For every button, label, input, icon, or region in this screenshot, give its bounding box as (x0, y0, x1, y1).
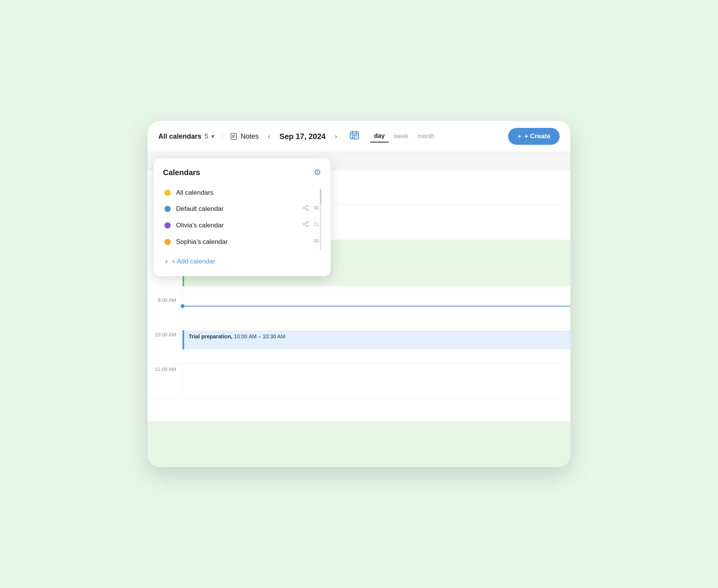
calendar-item-default[interactable]: Default calendar (163, 200, 321, 217)
share-icon-olivia[interactable] (302, 221, 309, 230)
tab-month[interactable]: month (414, 130, 438, 142)
svg-line-17 (304, 206, 307, 207)
calendar-dot-default (165, 206, 171, 212)
create-plus-icon: + (517, 133, 521, 140)
header: All calendars 5 ▾ Notes ‹ Sep 17, 2024 › (148, 121, 570, 152)
time-label-9am: 9:00 AM (148, 294, 182, 329)
svg-point-16 (307, 209, 308, 210)
svg-rect-9 (352, 135, 353, 136)
time-label-10am: 10:00 AM (148, 329, 182, 338)
svg-point-28 (314, 239, 319, 242)
chevron-down-icon: ▾ (211, 133, 214, 139)
calendar-dot-all (165, 190, 171, 196)
create-button[interactable]: + + Create (508, 128, 560, 145)
svg-point-29 (316, 240, 317, 242)
event-trial-time: 10:00 AM – 10:30 AM (234, 333, 285, 340)
svg-point-21 (307, 222, 308, 223)
tab-week[interactable]: week (390, 130, 412, 142)
calendars-panel-header: Calendars ⚙ (163, 167, 321, 177)
add-calendar-label: + Add calendar (171, 258, 215, 265)
share-icon-default[interactable] (302, 204, 309, 213)
time-row-11am: 11:00 AM (148, 363, 570, 398)
svg-line-18 (304, 208, 307, 209)
tab-day[interactable]: day (370, 130, 389, 142)
svg-point-15 (303, 207, 304, 209)
visibility-icon-default[interactable] (313, 204, 320, 213)
calendar-actions-sophia (313, 237, 320, 246)
calendar-icon (349, 130, 359, 140)
all-calendars-label: All calendars (158, 133, 201, 141)
event-trial-title: Trial preparation, (189, 333, 233, 340)
app-container: All calendars 5 ▾ Notes ‹ Sep 17, 2024 › (148, 121, 570, 467)
header-divider (222, 132, 222, 141)
calendars-panel-title: Calendars (163, 168, 200, 177)
calendar-name-all: All calendars (176, 189, 320, 197)
calendars-panel: Calendars ⚙ All calendars Default calend… (154, 158, 331, 276)
calendar-dot-sophia (165, 239, 171, 245)
calendar-item-all[interactable]: All calendars (163, 185, 321, 200)
time-content-11am (182, 363, 570, 398)
current-date: Sep 17, 2024 (279, 132, 326, 141)
scrollbar-thumb[interactable] (320, 189, 321, 204)
svg-point-19 (314, 206, 319, 209)
event-trial-preparation[interactable]: Trial preparation, 10:00 AM – 10:30 AM (183, 330, 570, 349)
time-content-10am[interactable]: Trial preparation, 10:00 AM – 10:30 AM (182, 329, 570, 352)
calendar-actions-olivia (302, 221, 320, 230)
calendar-name-olivia: Olivia's calendar (176, 222, 297, 229)
calendar-name-sophia: Sophia's calendar (176, 238, 307, 246)
notes-button[interactable]: Notes (230, 133, 259, 141)
notes-icon (230, 133, 238, 140)
calendar-name-default: Default calendar (176, 205, 297, 213)
all-calendars-button[interactable]: All calendars 5 ▾ (158, 133, 214, 141)
scrollbar-track[interactable] (320, 189, 321, 250)
svg-rect-11 (356, 135, 357, 136)
main-content: Wed, Sep 17 Custody (148, 152, 570, 421)
view-tabs: day week month (370, 130, 438, 142)
calendar-actions-default (302, 204, 320, 213)
next-date-button[interactable]: › (332, 131, 340, 142)
time-row-current: 9:00 AM (148, 294, 570, 329)
calendar-item-olivia[interactable]: Olivia's calendar (163, 217, 321, 234)
time-label-11am: 11:00 AM (148, 363, 182, 372)
svg-point-20 (316, 207, 317, 209)
svg-line-25 (304, 225, 307, 226)
current-time-dot (181, 304, 184, 308)
svg-rect-10 (354, 135, 355, 136)
time-row-10am: 10:00 AM Trial preparation, 10:00 AM – 1… (148, 329, 570, 363)
svg-rect-12 (352, 137, 353, 138)
visibility-hidden-icon-olivia[interactable] (313, 221, 320, 230)
current-time-line (183, 306, 570, 306)
calendar-dot-olivia (165, 222, 171, 229)
create-label: + Create (524, 133, 550, 140)
bottom-decoration (148, 421, 570, 467)
notes-label: Notes (241, 133, 259, 141)
prev-date-button[interactable]: ‹ (265, 131, 273, 142)
svg-line-24 (304, 223, 307, 224)
settings-icon[interactable]: ⚙ (314, 167, 321, 177)
svg-point-23 (307, 225, 308, 227)
add-calendar-button[interactable]: + + Add calendar (163, 256, 217, 267)
visibility-icon-sophia[interactable] (313, 237, 320, 246)
calendar-item-sophia[interactable]: Sophia's calendar (163, 234, 321, 250)
svg-point-22 (303, 224, 304, 225)
svg-rect-13 (354, 137, 355, 138)
calendar-count: 5 (204, 133, 208, 141)
add-calendar-plus: + (165, 258, 168, 265)
calendar-picker-button[interactable] (346, 129, 362, 144)
svg-point-14 (307, 205, 308, 207)
